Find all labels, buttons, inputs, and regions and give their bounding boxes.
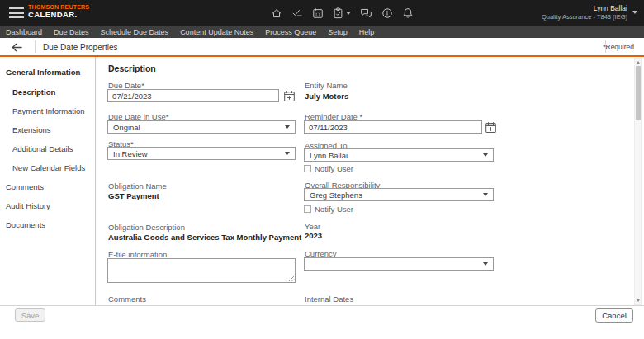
- dropdown-arrow-icon: [483, 193, 488, 196]
- assigned-to-select[interactable]: Lynn Ballai: [304, 148, 494, 162]
- required-note: *Required: [603, 43, 634, 51]
- dropdown-arrow-icon: [285, 125, 290, 129]
- dropdown-arrow-icon: [483, 153, 488, 157]
- scrollbar-thumb[interactable]: [636, 66, 642, 120]
- internal-dates-label: Internal Dates: [305, 294, 353, 304]
- notify-user-label: Notify User: [315, 205, 353, 214]
- header-divider: [35, 40, 36, 53]
- notifications-icon[interactable]: [402, 7, 414, 19]
- brand-line2: CALENDAR.: [28, 11, 89, 20]
- notify-user-label: Notify User: [315, 164, 353, 173]
- content-area: General Information Description Payment …: [0, 57, 644, 306]
- sidebar-item-documents[interactable]: Documents: [6, 220, 45, 229]
- sidebar-item-general-information[interactable]: General Information: [6, 68, 80, 77]
- assigned-to-value: Lynn Ballai: [310, 151, 348, 160]
- topbar: THOMSON REUTERS CALENDAR. Lynn Ballai Q: [0, 0, 644, 26]
- due-date-in-use-select[interactable]: Original: [107, 120, 296, 134]
- sidebar-item-comments[interactable]: Comments: [6, 182, 44, 191]
- sidebar-item-audit-history[interactable]: Audit History: [6, 201, 50, 210]
- sidebar-item-new-calendar-fields[interactable]: New Calendar Fields: [12, 163, 85, 172]
- tasks-icon[interactable]: [291, 7, 303, 19]
- nav-item-schedule-due-dates[interactable]: Schedule Due Dates: [101, 28, 169, 36]
- status-select[interactable]: In Review: [107, 147, 296, 160]
- user-role: Quality Assurance - T843 (IEG): [542, 13, 627, 21]
- brand-logo[interactable]: THOMSON REUTERS CALENDAR.: [28, 4, 89, 20]
- obligation-name-value: GST Payment: [108, 191, 159, 200]
- vertical-scrollbar[interactable]: [634, 58, 642, 305]
- entity-name-label: Entity Name: [305, 81, 348, 90]
- overall-responsibility-value: Greg Stephens: [310, 191, 362, 200]
- user-name: Lynn Ballai: [542, 4, 627, 13]
- cancel-button[interactable]: Cancel: [595, 308, 633, 323]
- sidebar-item-payment-information[interactable]: Payment Information: [12, 106, 85, 115]
- topbar-icon-row: [271, 7, 414, 19]
- entity-name-value: July Motors: [305, 92, 348, 101]
- chat-icon[interactable]: [360, 7, 372, 19]
- main-nav: Dashboard Due Dates Schedule Due Dates C…: [0, 26, 644, 38]
- obligation-description-value: Australia Goods and Services Tax Monthly…: [108, 233, 301, 242]
- reminder-date-input[interactable]: [304, 120, 482, 134]
- dropdown-arrow-icon: [483, 262, 488, 266]
- status-value: In Review: [113, 149, 148, 158]
- reminder-date-calendar-icon[interactable]: [484, 120, 497, 134]
- clipboard-icon[interactable]: [333, 7, 351, 19]
- chevron-down-icon: [346, 12, 351, 15]
- user-menu[interactable]: Lynn Ballai Quality Assurance - T843 (IE…: [542, 4, 637, 21]
- dropdown-arrow-icon: [285, 152, 290, 155]
- chevron-down-icon: [632, 11, 637, 14]
- scroll-down-icon[interactable]: [635, 297, 641, 304]
- footer-bar: Save Cancel: [0, 307, 644, 339]
- sidebar-item-additional-details[interactable]: Additional Details: [12, 144, 73, 153]
- sidebar-item-description[interactable]: Description: [12, 87, 55, 97]
- nav-item-dashboard[interactable]: Dashboard: [6, 28, 42, 36]
- comments-label: Comments: [108, 294, 146, 304]
- nav-item-setup[interactable]: Setup: [328, 28, 348, 36]
- due-date-input[interactable]: [107, 89, 279, 102]
- save-button[interactable]: Save: [15, 308, 45, 322]
- checkbox-icon: [304, 205, 311, 213]
- scroll-up-icon[interactable]: [635, 59, 641, 66]
- page-title: Due Date Properties: [43, 43, 118, 52]
- assigned-to-notify-checkbox[interactable]: Notify User: [304, 164, 353, 173]
- home-icon[interactable]: [271, 7, 282, 19]
- due-date-in-use-value: Original: [113, 123, 140, 132]
- year-label: Year: [305, 222, 320, 231]
- sidebar-item-extensions[interactable]: Extensions: [12, 125, 50, 134]
- due-date-calendar-icon[interactable]: [282, 89, 296, 102]
- back-arrow-icon[interactable]: [11, 41, 23, 56]
- nav-item-help[interactable]: Help: [359, 28, 375, 36]
- nav-item-due-dates[interactable]: Due Dates: [54, 28, 89, 36]
- hamburger-menu-icon[interactable]: [9, 7, 24, 18]
- sidebar-nav: General Information Description Payment …: [0, 57, 96, 305]
- info-icon[interactable]: [381, 7, 393, 19]
- currency-select[interactable]: [304, 257, 494, 271]
- overall-responsibility-select[interactable]: Greg Stephens: [304, 188, 494, 201]
- obligation-description-label: Obligation Description: [108, 223, 185, 232]
- efile-information-textarea[interactable]: [107, 258, 296, 283]
- checkbox-icon: [304, 165, 311, 172]
- section-title: Description: [108, 64, 156, 73]
- nav-item-content-update-notes[interactable]: Content Update Notes: [180, 28, 253, 36]
- year-value: 2023: [305, 231, 322, 240]
- overall-responsibility-notify-checkbox[interactable]: Notify User: [304, 205, 353, 214]
- calendar-icon[interactable]: [312, 7, 324, 19]
- obligation-name-label: Obligation Name: [108, 181, 167, 191]
- page-header: Due Date Properties *Required: [0, 38, 644, 57]
- nav-item-process-queue[interactable]: Process Queue: [265, 28, 316, 36]
